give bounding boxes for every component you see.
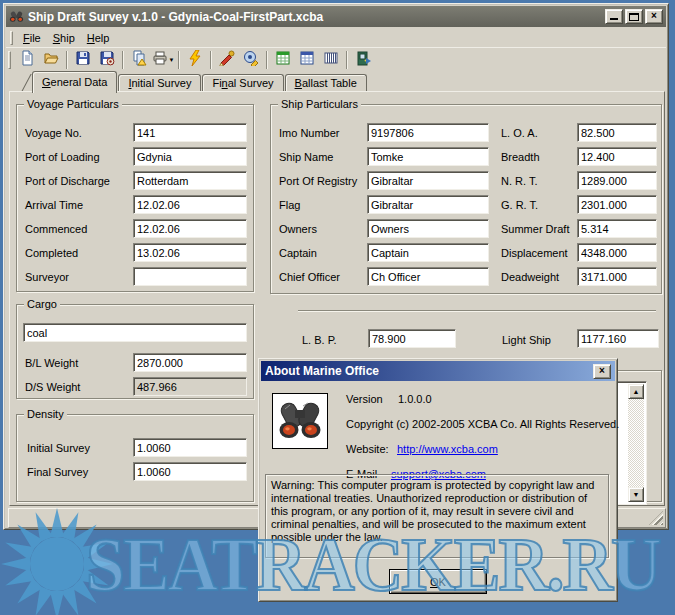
lbp-input[interactable] — [368, 329, 456, 348]
print-dropdown-icon: ▼ — [169, 57, 175, 63]
binoculars-icon — [276, 397, 324, 445]
toolbar-grip[interactable] — [8, 51, 11, 69]
toolbar-button-save[interactable] — [71, 49, 95, 71]
completed-label: Completed — [25, 247, 78, 259]
cargo-name-input[interactable] — [23, 323, 247, 342]
about-dialog: About Marine Office × Version — [258, 358, 618, 602]
tab-final-survey[interactable]: Final Survey — [202, 74, 283, 92]
toolbar-button-save-as[interactable] — [95, 49, 119, 71]
group-title: Density — [24, 408, 67, 420]
toolbar: ▼ — [6, 47, 666, 71]
density-final-input[interactable] — [133, 462, 247, 481]
chief-officer-input[interactable] — [367, 267, 489, 286]
arrival-time-label: Arrival Time — [25, 199, 83, 211]
group-title: Ship Particulars — [278, 98, 361, 110]
save-floppy-icon — [75, 50, 91, 69]
completed-input[interactable] — [133, 243, 247, 262]
bl-weight-label: B/L Weight — [25, 357, 78, 369]
loa-label: L. O. A. — [501, 127, 538, 139]
summer-draft-input[interactable] — [577, 219, 657, 238]
scroll-up-button[interactable]: ▲ — [628, 384, 644, 399]
commenced-input[interactable] — [133, 219, 247, 238]
website-link[interactable]: http://www.xcba.com — [397, 443, 498, 455]
port-of-loading-input[interactable] — [133, 147, 247, 166]
port-of-discharge-input[interactable] — [133, 171, 247, 190]
port-of-registry-input[interactable] — [367, 171, 489, 190]
pen-icon — [219, 50, 235, 69]
toolbar-button-hatch-table[interactable] — [319, 49, 343, 71]
density-initial-label: Initial Survey — [27, 442, 90, 454]
open-folder-icon — [43, 50, 59, 69]
light-ship-label: Light Ship — [502, 334, 551, 346]
toolbar-button-edit[interactable] — [215, 49, 239, 71]
warning-text: Warning: This computer program is protec… — [265, 474, 609, 558]
toolbar-button-spreadsheet[interactable] — [271, 49, 295, 71]
loa-input[interactable] — [577, 123, 657, 142]
toolbar-button-survey[interactable] — [239, 49, 263, 71]
port-of-discharge-label: Port of Discharge — [25, 175, 110, 187]
bl-weight-input[interactable] — [133, 353, 247, 372]
menu-help[interactable]: Help — [81, 30, 116, 46]
title-bar[interactable]: Ship Draft Survey v.1.0 - Gdynia-Coal-Fi… — [6, 6, 666, 27]
ship-name-input[interactable] — [367, 147, 489, 166]
maximize-button[interactable] — [625, 9, 643, 24]
imo-number-input[interactable] — [367, 123, 489, 142]
owners-label: Owners — [279, 223, 317, 235]
lightning-icon — [187, 50, 203, 69]
voyage-particulars-group: Voyage Particulars Voyage No. Port of Lo… — [16, 104, 254, 292]
nrt-input[interactable] — [577, 171, 657, 190]
tab-strip: General Data Initial Survey Final Survey… — [6, 70, 666, 92]
printer-icon — [152, 50, 168, 69]
flag-input[interactable] — [367, 195, 489, 214]
captain-input[interactable] — [367, 243, 489, 262]
arrival-time-input[interactable] — [133, 195, 247, 214]
ds-weight-label: D/S Weight — [25, 381, 80, 393]
surveyor-input[interactable] — [133, 267, 247, 286]
lbp-label: L. B. P. — [302, 334, 337, 346]
breadth-input[interactable] — [577, 147, 657, 166]
ok-button[interactable]: OK — [389, 569, 487, 594]
vertical-scrollbar[interactable]: ▲ ▼ — [628, 384, 644, 502]
flag-label: Flag — [279, 199, 300, 211]
density-initial-input[interactable] — [133, 438, 247, 457]
toolbar-button-print[interactable]: ▼ — [151, 49, 175, 71]
toolbar-button-exit[interactable] — [351, 49, 375, 71]
chief-officer-label: Chief Officer — [279, 271, 340, 283]
toolbar-button-new[interactable] — [15, 49, 39, 71]
tab-ballast-table[interactable]: Ballast Table — [285, 74, 367, 92]
separator-line — [298, 310, 656, 312]
about-title-bar[interactable]: About Marine Office × — [261, 361, 615, 381]
hatch-table-icon — [323, 50, 339, 69]
light-ship-input[interactable] — [577, 329, 659, 348]
group-title: Voyage Particulars — [24, 98, 122, 110]
voyage-no-input[interactable] — [133, 123, 247, 142]
displacement-input[interactable] — [577, 243, 657, 262]
deadweight-input[interactable] — [577, 267, 657, 286]
density-group: Density Initial Survey Final Survey — [16, 414, 254, 502]
toolbar-button-open[interactable] — [39, 49, 63, 71]
grt-input[interactable] — [577, 195, 657, 214]
minimize-button[interactable] — [605, 9, 623, 24]
group-title: Cargo — [24, 298, 60, 310]
ship-name-label: Ship Name — [279, 151, 333, 163]
about-close-button[interactable]: × — [593, 364, 611, 379]
toolbar-separator — [266, 51, 268, 69]
new-file-icon — [19, 50, 35, 69]
toolbar-button-calculate[interactable] — [183, 49, 207, 71]
resize-grip[interactable] — [649, 511, 663, 525]
menu-file[interactable]: File — [17, 30, 47, 46]
summer-draft-label: Summer Draft — [501, 223, 569, 235]
toolbar-button-table[interactable] — [295, 49, 319, 71]
cargo-group: Cargo B/L Weight D/S Weight — [16, 304, 254, 399]
tab-initial-survey[interactable]: Initial Survey — [118, 74, 201, 92]
menubar-grip[interactable] — [10, 31, 13, 45]
menu-ship[interactable]: Ship — [47, 30, 81, 46]
owners-input[interactable] — [367, 219, 489, 238]
tab-general-data[interactable]: General Data — [32, 71, 117, 93]
toolbar-button-copy-page[interactable] — [127, 49, 151, 71]
close-button[interactable]: × — [645, 9, 663, 24]
scroll-down-button[interactable]: ▼ — [628, 487, 644, 502]
blue-table-icon — [299, 50, 315, 69]
commenced-label: Commenced — [25, 223, 87, 235]
maximize-icon — [629, 13, 639, 21]
